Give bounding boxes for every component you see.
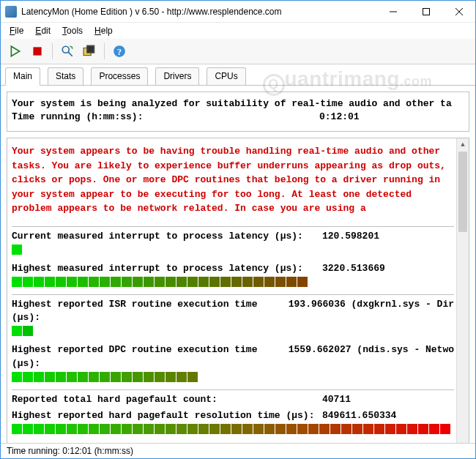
tab-processes[interactable]: Processes <box>91 67 148 85</box>
menubar: File Edit Tools Help <box>1 23 475 39</box>
metric-value-dpc: 1559.662027 (ndis.sys - Netwo <box>289 343 454 370</box>
svg-rect-0 <box>423 8 429 15</box>
metric-label-dpc: Highest reported DPC routine execution t… <box>12 343 289 370</box>
analyzing-text: Your system is being analyzed for suitab… <box>12 98 464 109</box>
stop-button[interactable] <box>27 42 48 61</box>
divider <box>12 294 454 295</box>
maximize-button[interactable] <box>409 1 442 22</box>
titlebar[interactable]: LatencyMon (Home Edition ) v 6.50 - http… <box>1 1 475 23</box>
app-window: LatencyMon (Home Edition ) v 6.50 - http… <box>0 0 476 459</box>
windows-button[interactable] <box>79 42 100 61</box>
metric-label-current-latency: Current measured interrupt to process la… <box>12 230 322 243</box>
menu-file[interactable]: File <box>5 24 28 37</box>
menu-tools[interactable]: Tools <box>58 24 87 37</box>
toolbar-separator-2 <box>104 43 105 59</box>
scroll-thumb[interactable] <box>458 152 467 232</box>
tabs: Main Stats Processes Drivers CPUs <box>1 64 475 86</box>
divider <box>12 389 454 390</box>
bar-current-latency <box>12 245 454 255</box>
bar-highest-latency <box>12 277 454 287</box>
help-button[interactable]: ? <box>109 42 130 61</box>
statusbar: Time running: 0:12:01 (h:mm:ss) <box>1 443 475 458</box>
status-text: Time running: 0:12:01 (h:mm:ss) <box>7 446 133 456</box>
time-running-label: Time running (h:mm:ss): <box>12 109 319 125</box>
metric-label-highest-latency: Highest measured interrupt to process la… <box>12 262 322 275</box>
svg-text:?: ? <box>117 47 122 57</box>
play-button[interactable] <box>5 42 26 61</box>
metric-value-pagefault-time: 849611.650334 <box>322 409 454 422</box>
bar-dpc <box>12 372 454 382</box>
window-title: LatencyMon (Home Edition ) v 6.50 - http… <box>21 7 376 17</box>
svg-rect-4 <box>87 45 94 53</box>
search-button[interactable] <box>57 42 78 61</box>
scrollbar[interactable]: ▲ ▼ <box>456 138 469 443</box>
menu-edit[interactable]: Edit <box>31 24 55 37</box>
tab-drivers[interactable]: Drivers <box>155 67 199 85</box>
minimize-button[interactable] <box>376 1 409 22</box>
metric-value-current-latency: 120.598201 <box>322 230 454 243</box>
metric-value-highest-latency: 3220.513669 <box>322 262 454 275</box>
bar-pagefault <box>12 424 454 434</box>
time-running-value: 0:12:01 <box>319 109 360 125</box>
report-panel: Your system appears to be having trouble… <box>7 138 469 443</box>
toolbar: ? <box>1 39 475 64</box>
menu-help[interactable]: Help <box>90 24 117 37</box>
content-area: Your system is being analyzed for suitab… <box>1 86 475 443</box>
app-icon <box>5 6 17 18</box>
metric-value-isr: 193.966036 (dxgkrnl.sys - Dir <box>289 298 454 324</box>
metric-label-pagefault-time: Highest reported hard pagefault resoluti… <box>12 409 322 422</box>
scroll-up-icon[interactable]: ▲ <box>457 138 469 151</box>
metric-value-pagefault-count: 40711 <box>322 393 454 406</box>
tab-stats[interactable]: Stats <box>48 67 83 85</box>
header-box: Your system is being analyzed for suitab… <box>7 92 469 132</box>
tab-main[interactable]: Main <box>5 67 40 86</box>
metric-label-pagefault-count: Reported total hard pagefault count: <box>12 393 322 406</box>
close-button[interactable] <box>442 1 475 22</box>
toolbar-separator <box>52 43 53 59</box>
divider <box>12 226 454 227</box>
tab-cpus[interactable]: CPUs <box>207 67 245 85</box>
svg-point-2 <box>62 46 69 53</box>
metric-label-isr: Highest reported ISR routine execution t… <box>12 298 289 324</box>
bar-isr <box>12 326 454 336</box>
svg-rect-1 <box>33 47 41 55</box>
warning-text: Your system appears to be having trouble… <box>12 144 454 216</box>
